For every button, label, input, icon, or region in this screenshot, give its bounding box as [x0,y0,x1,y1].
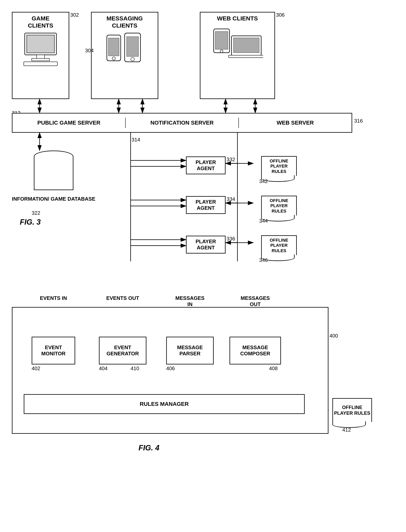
svg-rect-45 [215,31,228,49]
doc-shape-2: OFFLINEPLAYERRULES [261,196,297,216]
messaging-clients-box: MESSAGINGCLIENTS [91,12,158,99]
svg-rect-37 [24,62,57,66]
offline-rules-1: OFFLINEPLAYERRULES [259,152,299,180]
ref-408: 408 [269,365,278,372]
web-clients-box: WEB CLIENTS [200,12,275,99]
messaging-clients-icon [103,31,146,67]
doc-shape-3: OFFLINEPLAYERRULES [261,235,297,255]
ref-402: 402 [32,365,40,372]
offline-label-1: OFFLINEPLAYERRULES [270,158,288,174]
svg-rect-36 [32,59,50,61]
ref-306: 306 [276,12,284,18]
game-clients-icon [21,31,60,67]
ref-304: 304 [85,47,94,54]
ref-322: 322 [32,210,40,216]
ref-332: 332 [226,157,235,163]
ref-404: 404 [99,365,108,372]
messages-out-label: MESSAGES OUT [237,295,273,307]
ref-336: 336 [226,236,235,242]
web-clients-icon [212,24,263,60]
offline-label-3: OFFLINEPLAYERRULES [270,238,288,253]
rules-manager-box: RULES MANAGER [24,394,305,414]
web-server-label: WEB SERVER [239,118,352,128]
server-bar: PUBLIC GAME SERVER NOTIFICATION SERVER W… [12,113,352,133]
ref-334: 334 [226,196,235,202]
message-parser-box: MESSAGEPARSER [166,337,214,364]
svg-rect-39 [109,38,119,56]
svg-rect-48 [233,38,259,53]
game-clients-box: GAMECLIENTS [12,12,69,99]
offline-rules-fig4: OFFLINE PLAYER RULES [330,394,374,426]
ref-410: 410 [130,365,139,372]
offline-rules-3: OFFLINEPLAYERRULES [259,231,299,259]
messages-in-label: MESSAGES IN [172,295,208,307]
svg-point-40 [112,57,115,60]
message-composer-box: MESSAGECOMPOSER [230,337,281,364]
events-in-label: EVENTS IN [36,295,71,301]
ref-400: 400 [329,333,338,339]
svg-rect-49 [229,55,263,58]
web-clients-label: WEB CLIENTS [217,15,258,22]
event-generator-box: EVENTGENERATOR [99,337,146,364]
svg-rect-34 [27,35,54,53]
game-clients-label: GAMECLIENTS [28,15,53,29]
event-monitor-box: EVENTMONITOR [32,337,75,364]
diagram-container: 312 GAMECLIENTS 302 MESSAGINGCLIENTS [0,0,406,532]
svg-point-46 [220,50,223,53]
svg-point-43 [131,57,134,61]
player-agent-2: PLAYERAGENT [186,196,225,214]
database-box: INFORMATION/ GAME DATABASE [12,150,95,202]
ref-344: 344 [259,218,268,224]
player-agent-3: PLAYERAGENT [186,236,225,254]
fig4-label: FIG. 4 [138,444,160,452]
offline-rules-2: OFFLINEPLAYERRULES [259,192,299,219]
doc-shape-fig4: OFFLINE PLAYER RULES [332,398,372,422]
ref-314: 314 [131,137,140,143]
ref-316: 316 [354,118,363,124]
ref-302: 302 [70,12,79,18]
doc-shape-1: OFFLINEPLAYERRULES [261,156,297,176]
events-out-label: EVENTS OUT [105,295,140,301]
player-agent-1: PLAYERAGENT [186,157,225,174]
svg-rect-42 [127,37,138,56]
fig3-label: FIG. 3 [20,218,41,226]
database-label: INFORMATION/ GAME DATABASE [12,196,95,202]
ref-412: 412 [342,427,351,433]
offline-label-fig4: OFFLINE PLAYER RULES [333,405,371,416]
offline-label-2: OFFLINEPLAYERRULES [270,198,288,214]
cylinder-icon [34,150,73,194]
notification-server-label: NOTIFICATION SERVER [126,118,239,128]
ref-406: 406 [166,365,175,372]
ref-342: 342 [259,178,268,184]
rules-manager-label: RULES MANAGER [140,401,188,407]
messaging-clients-label: MESSAGINGCLIENTS [106,15,143,29]
ref-346: 346 [259,257,268,263]
public-game-server-label: PUBLIC GAME SERVER [13,118,126,128]
